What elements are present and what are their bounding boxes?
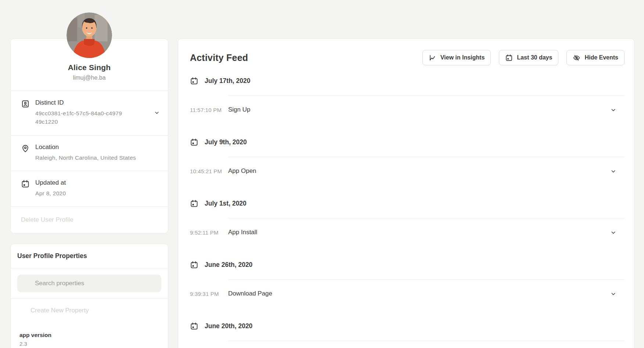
activity-feed-header: Activity Feed View in Insights Last 30 d…	[190, 50, 625, 65]
field-label: Distinct ID	[35, 99, 148, 106]
field-label: Updated at	[35, 179, 160, 186]
feed-date-group: July 1st, 2020 9:52:11 PM App Install	[190, 199, 625, 249]
chevron-down-icon[interactable]	[610, 168, 616, 174]
feed-date-group: July 17th, 2020 11:57:10 PM Sign Up	[190, 76, 625, 126]
feed-action-buttons: View in Insights Last 30 days Hide Event…	[422, 50, 625, 65]
button-label: Last 30 days	[517, 54, 552, 61]
calendar-icon	[190, 138, 198, 146]
profile-field-row: Updated at Apr 8, 2020	[11, 171, 168, 206]
delete-user-profile-button[interactable]: Delete User Profile	[11, 206, 168, 233]
profile-email: limuj@he.ba	[18, 75, 161, 81]
avatar	[66, 12, 112, 58]
search-properties-box[interactable]	[17, 275, 161, 292]
feed-date-row: June 26th, 2020	[190, 260, 625, 269]
field-value: Apr 8, 2020	[35, 189, 160, 197]
field-value: 49cc0381-e1fc-57c5-84a0-c497949c1220	[35, 109, 125, 126]
button-label: Hide Events	[584, 54, 618, 61]
property-name: app version	[19, 332, 159, 338]
hide-events-button[interactable]: Hide Events	[566, 50, 625, 65]
feed-date-label: July 9th, 2020	[205, 138, 247, 146]
left-sidebar: Alice Singh limuj@he.ba Distinct ID 49cc…	[10, 0, 168, 348]
event-name: Sign Up	[228, 106, 610, 113]
profile-card: Alice Singh limuj@he.ba Distinct ID 49cc…	[10, 39, 168, 233]
feed-date-row: July 1st, 2020	[190, 199, 625, 208]
properties-panel-title: User Profile Properties	[11, 244, 168, 268]
feed-date-group: June 20th, 2020	[190, 322, 625, 341]
calendar-icon	[505, 54, 513, 62]
calendar-icon	[21, 180, 30, 188]
insights-chart-icon	[429, 54, 436, 62]
feed-date-row: July 9th, 2020	[190, 138, 625, 146]
last-30-days-button[interactable]: Last 30 days	[499, 50, 558, 65]
feed-date-row: June 20th, 2020	[190, 322, 625, 330]
property-value: 2.3	[19, 341, 159, 347]
calendar-icon	[190, 77, 198, 85]
view-in-insights-button[interactable]: View in Insights	[422, 50, 491, 65]
field-label: Location	[35, 144, 160, 151]
event-time: 10:45:21 PM	[190, 168, 228, 174]
activity-feed-card: Activity Feed View in Insights Last 30 d…	[178, 39, 634, 348]
event-time: 11:57:10 PM	[190, 107, 228, 113]
event-name: Download Page	[228, 290, 610, 297]
id-card-icon	[21, 99, 30, 108]
event-name: App Install	[228, 229, 610, 236]
activity-feed-title: Activity Feed	[190, 52, 248, 63]
chevron-down-icon[interactable]	[610, 229, 616, 236]
chevron-down-icon[interactable]	[154, 110, 160, 116]
feed-date-label: July 17th, 2020	[205, 77, 251, 85]
location-pin-icon	[21, 144, 30, 153]
feed-date-group: June 26th, 2020 9:39:31 PM Download Page	[190, 260, 625, 310]
feed-date-label: July 1st, 2020	[205, 200, 247, 207]
calendar-icon	[190, 261, 198, 269]
calendar-icon	[190, 199, 198, 208]
feed-date-group: July 9th, 2020 10:45:21 PM App Open	[190, 138, 625, 187]
chevron-down-icon[interactable]	[610, 291, 616, 297]
property-list-item[interactable]: app version 2.3	[11, 322, 168, 348]
event-time: 9:39:31 PM	[190, 291, 228, 297]
field-value: Raleigh, North Carolina, United States	[35, 153, 160, 162]
eye-off-icon	[573, 54, 580, 62]
event-time: 9:52:11 PM	[190, 229, 228, 236]
event-name: App Open	[228, 167, 610, 175]
user-profile-properties-card: User Profile Properties Create New Prope…	[10, 244, 168, 348]
search-section	[11, 268, 168, 298]
event-row[interactable]: 9:39:31 PM Download Page	[190, 280, 625, 310]
event-row[interactable]: 9:52:11 PM App Install	[190, 218, 625, 249]
plus-icon	[19, 307, 25, 314]
profile-field-row: Location Raleigh, North Carolina, United…	[11, 135, 168, 171]
profile-field-row: Distinct ID 49cc0381-e1fc-57c5-84a0-c497…	[11, 91, 168, 135]
feed-date-label: June 26th, 2020	[205, 261, 252, 269]
feed-date-row: July 17th, 2020	[190, 76, 625, 85]
feed-divider	[228, 341, 625, 341]
page: Alice Singh limuj@he.ba Distinct ID 49cc…	[10, 0, 634, 348]
create-new-property-button[interactable]: Create New Property	[11, 298, 168, 322]
search-icon	[23, 280, 30, 287]
profile-name: Alice Singh	[18, 63, 161, 72]
search-properties-input[interactable]	[35, 280, 155, 287]
feed-date-label: June 20th, 2020	[205, 322, 252, 330]
event-row[interactable]: 11:57:10 PM Sign Up	[190, 96, 625, 126]
event-row[interactable]: 10:45:21 PM App Open	[190, 157, 625, 187]
calendar-icon	[190, 322, 198, 330]
chevron-down-icon[interactable]	[610, 107, 616, 113]
feed-body: July 17th, 2020 11:57:10 PM Sign Up July…	[190, 76, 625, 341]
button-label: View in Insights	[440, 54, 485, 61]
create-new-property-label: Create New Property	[30, 307, 89, 314]
